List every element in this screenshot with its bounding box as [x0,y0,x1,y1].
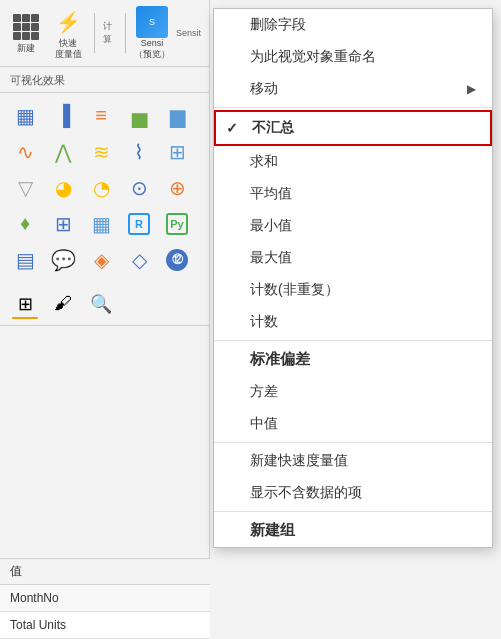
stacked-bar-icon[interactable]: ▆ [160,99,194,133]
sensitivity-button[interactable]: S Sensi （预览） [134,6,170,60]
column-chart-icon[interactable]: ▐ [46,99,80,133]
scatter-chart-icon[interactable]: ⊞ [160,135,194,169]
toolbar-divider2 [125,13,126,53]
vis-section-label: 可视化效果 [10,73,65,88]
image-icon[interactable]: ◈ [84,243,118,277]
menu-item-sum[interactable]: 求和 [214,146,492,178]
lightning-icon: ⚡ [52,6,84,38]
table-icon[interactable]: ⊞ [46,207,80,241]
values-section: 值 MonthNo Total Units [0,558,210,639]
vis-tab-button[interactable]: ⊞ [8,287,42,321]
vis-tab-icon: ⊞ [18,293,33,315]
menu-item-label: 删除字段 [250,16,306,34]
menu-item-count[interactable]: 计数 [214,306,492,338]
donut-chart-icon[interactable]: ◔ [84,171,118,205]
monthno-label: MonthNo [10,591,59,605]
sensitivity-icon: S [136,6,168,38]
menu-item-avg[interactable]: 平均值 [214,178,492,210]
menu-separator [214,442,492,443]
format-tab-button[interactable]: 🖌 [46,287,80,321]
monthno-field[interactable]: MonthNo [0,585,210,612]
menu-item-label: 方差 [250,383,278,401]
new-button[interactable]: 新建 [8,11,44,54]
new-icon [10,11,42,43]
checkmark-icon: ✓ [226,120,238,136]
r-visual-icon[interactable]: R [122,207,156,241]
python-visual-icon[interactable]: Py [160,207,194,241]
menu-item-max[interactable]: 最大值 [214,242,492,274]
menu-separator [214,511,492,512]
values-header: 值 [0,558,210,585]
menu-separator [214,107,492,108]
menu-item-label: 显示不含数据的项 [250,484,362,502]
shape-icon[interactable]: ◇ [122,243,156,277]
quick-measure-label: 快速 度量值 [55,38,82,60]
total-units-field[interactable]: Total Units [0,612,210,639]
line-chart2-icon[interactable]: ∿ [8,135,42,169]
menu-item-label: 新建快速度量值 [250,452,348,470]
area-chart-icon[interactable]: ▅ [122,99,156,133]
format-tab-icon: 🖌 [54,293,72,314]
funnel-icon[interactable]: ▽ [8,171,42,205]
menu-item-label: 移动 [250,80,278,98]
sensi-group-label: Sensit [176,28,201,38]
toolbar-divider [94,13,95,53]
menu-item-no-agg[interactable]: ✓不汇总 [214,110,492,146]
bar-chart-icon[interactable]: ▦ [8,99,42,133]
menu-separator [214,340,492,341]
toolbar: 新建 ⚡ 快速 度量值 计算 S Sensi （预览） Sensit [0,0,209,67]
context-menu: 删除字段为此视觉对象重命名移动▶✓不汇总求和平均值最小值最大值计数(非重复）计数… [213,8,493,548]
menu-item-show-no-data[interactable]: 显示不含数据的项 [214,477,492,509]
menu-item-label: 计数 [250,313,278,331]
vis-grid: ▦▐≡▅▆∿⋀≋⌇⊞▽◕◔⊙⊕♦⊞▦RPy▤💬◈◇⑫ [0,93,209,283]
sensitivity-label: Sensi （预览） [134,38,170,60]
menu-item-label: 为此视觉对象重命名 [250,48,376,66]
new-label: 新建 [17,43,35,54]
menu-item-count-unique[interactable]: 计数(非重复） [214,274,492,306]
waterfall-icon[interactable]: ⌇ [122,135,156,169]
text-icon[interactable]: 💬 [46,243,80,277]
grid-icon [13,14,39,40]
left-panel: 新建 ⚡ 快速 度量值 计算 S Sensi （预览） Sensit 可视化效果… [0,0,210,639]
menu-item-move[interactable]: 移动▶ [214,73,492,105]
gauge-icon[interactable]: ⊙ [122,171,156,205]
menu-item-label: 平均值 [250,185,292,203]
menu-item-median[interactable]: 中值 [214,408,492,440]
menu-item-std-dev[interactable]: 标准偏差 [214,343,492,376]
menu-item-variance[interactable]: 方差 [214,376,492,408]
submenu-arrow-icon: ▶ [467,82,476,96]
analytics-tab-icon: 🔍 [90,293,112,315]
menu-item-rename[interactable]: 为此视觉对象重命名 [214,41,492,73]
menu-item-label: 求和 [250,153,278,171]
total-units-label: Total Units [10,618,66,632]
quick-measure-button[interactable]: ⚡ 快速 度量值 [50,6,86,60]
analytics-tab-button[interactable]: 🔍 [84,287,118,321]
menu-item-label: 计数(非重复） [250,281,339,299]
pie-chart-icon[interactable]: ◕ [46,171,80,205]
matrix-icon[interactable]: ▦ [84,207,118,241]
menu-item-label: 最小值 [250,217,292,235]
menu-item-label: 中值 [250,415,278,433]
menu-item-new-measure[interactable]: 新建快速度量值 [214,445,492,477]
menu-item-label: 标准偏差 [250,350,310,369]
ribbon-chart-icon[interactable]: ≋ [84,135,118,169]
bottom-toolbar: ⊞ 🖌 🔍 [0,283,209,326]
custom-visual-icon[interactable]: ⑫ [160,243,194,277]
kpi-icon[interactable]: ⊕ [160,171,194,205]
menu-item-label: 不汇总 [252,119,294,137]
menu-item-new-group[interactable]: 新建组 [214,514,492,547]
menu-item-label: 新建组 [250,521,295,540]
vis-section-header: 可视化效果 [0,67,209,93]
menu-item-delete[interactable]: 删除字段 [214,9,492,41]
calc-group-label: 计算 [103,20,117,46]
slicer-icon[interactable]: ▤ [8,243,42,277]
area-chart2-icon[interactable]: ⋀ [46,135,80,169]
menu-item-min[interactable]: 最小值 [214,210,492,242]
menu-item-label: 最大值 [250,249,292,267]
line-chart-icon[interactable]: ≡ [84,99,118,133]
map-icon[interactable]: ♦ [8,207,42,241]
